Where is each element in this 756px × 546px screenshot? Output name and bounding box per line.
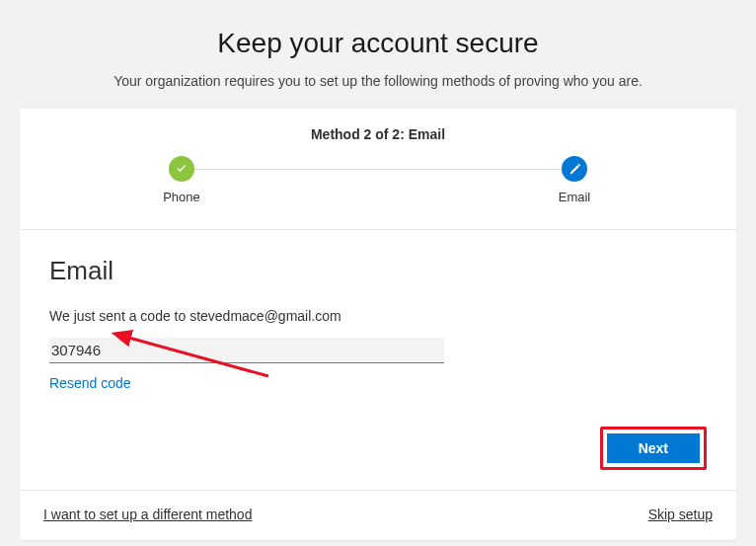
verification-code-input[interactable] — [49, 338, 444, 363]
step-email: Email — [535, 156, 614, 204]
step-phone: Phone — [142, 156, 221, 204]
setup-card: Method 2 of 2: Email Phone Email — [20, 109, 736, 540]
section-title: Email — [49, 256, 707, 286]
method-progress-label: Method 2 of 2: Email — [49, 126, 707, 142]
different-method-link[interactable]: I want to set up a different method — [43, 507, 252, 522]
stepper: Phone Email — [168, 156, 588, 211]
resend-code-link[interactable]: Resend code — [49, 375, 131, 391]
page-subtitle: Your organization requires you to set up… — [20, 73, 736, 89]
stepper-line — [189, 169, 567, 170]
step-label-phone: Phone — [142, 190, 221, 204]
step-label-email: Email — [535, 190, 614, 204]
next-button[interactable]: Next — [607, 433, 700, 463]
page-title: Keep your account secure — [20, 28, 736, 59]
skip-setup-link[interactable]: Skip setup — [648, 507, 713, 522]
card-body: Email We just sent a code to stevedmace@… — [20, 230, 736, 490]
card-header: Method 2 of 2: Email Phone Email — [20, 109, 736, 230]
pencil-icon — [562, 156, 587, 182]
check-icon — [169, 156, 194, 182]
next-button-highlight: Next — [600, 427, 707, 470]
code-sent-message: We just sent a code to stevedmace@gmail.… — [49, 308, 707, 324]
card-footer: I want to set up a different method Skip… — [20, 490, 736, 540]
